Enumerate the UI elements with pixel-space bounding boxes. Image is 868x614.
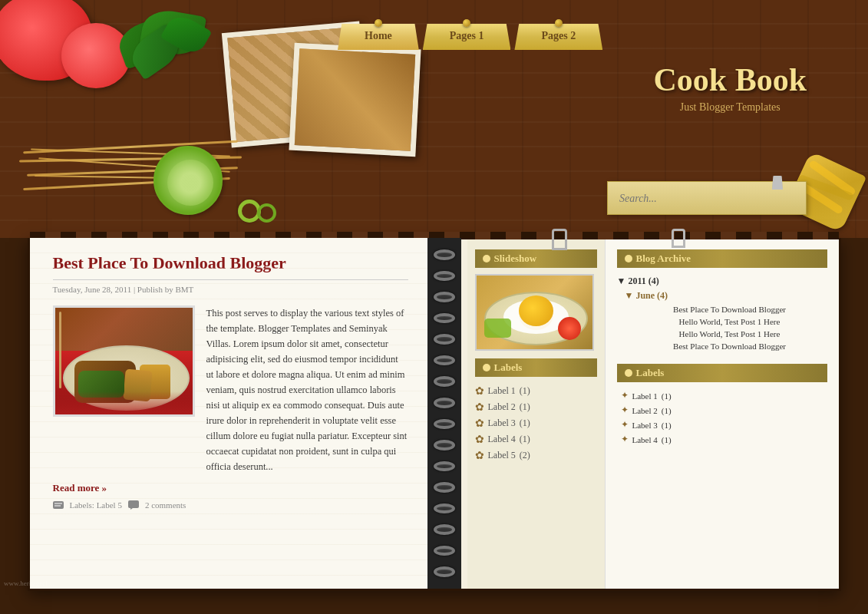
labels-icon xyxy=(53,501,64,509)
label-name-2: Label 2 xyxy=(488,401,516,413)
label-right-count-4: (1) xyxy=(662,435,672,444)
post-text: This post serves to display the various … xyxy=(206,305,408,474)
label-right-count-1: (1) xyxy=(662,391,672,401)
archive-post-3[interactable]: Hello World, Test Post 1 Here xyxy=(617,328,827,340)
right-column: Blog Archive ▼ 2011 (4) ▼ June (4) Best … xyxy=(606,238,839,589)
site-title: Cook Book xyxy=(653,61,807,98)
ring-16 xyxy=(434,566,455,577)
read-more-link[interactable]: Read more » xyxy=(53,482,107,494)
search-area xyxy=(607,181,807,215)
svg-rect-0 xyxy=(53,501,64,509)
label-bullet-1: ✿ xyxy=(475,385,484,398)
labels-bullet xyxy=(483,364,490,371)
nav-pages2-label: Pages 2 xyxy=(541,30,576,41)
labels-right-title: Labels xyxy=(636,367,665,379)
notebook: Best Place To Download Blogger Tuesday, … xyxy=(28,238,841,591)
post-title[interactable]: Best Place To Download Blogger xyxy=(53,253,408,280)
star-1: ✦ xyxy=(621,390,629,401)
label-bullet-3: ✿ xyxy=(475,417,484,430)
label-right-count-2: (1) xyxy=(662,406,672,415)
post-labels: Labels: Label 5 xyxy=(70,500,122,510)
label-name-5: Label 5 xyxy=(488,450,516,461)
archive-post-1[interactable]: Best Place To Download Blogger xyxy=(617,303,827,315)
ring-5 xyxy=(434,334,455,345)
ring-9 xyxy=(434,419,455,430)
label-bullet-2: ✿ xyxy=(475,401,484,414)
label-right-1[interactable]: ✦ Label 1 (1) xyxy=(617,388,827,403)
nav-pin-pages2 xyxy=(555,19,563,27)
watermark: www.heritagech... xyxy=(4,579,54,587)
comments-icon xyxy=(128,500,139,510)
ring-3 xyxy=(434,292,455,302)
ring-8 xyxy=(434,398,455,408)
label-item-3[interactable]: ✿ Label 3 (1) xyxy=(475,415,597,431)
archive-post-4[interactable]: Best Place To Download Blogger xyxy=(617,340,827,352)
middle-column: Slideshow xyxy=(467,238,606,589)
label-item-5[interactable]: ✿ Label 5 (2) xyxy=(475,447,597,464)
slideshow-title: Slideshow xyxy=(494,253,537,265)
nav-pages1-label: Pages 1 xyxy=(450,30,484,41)
nav-pin-pages1 xyxy=(463,19,470,27)
nav-home[interactable]: Home xyxy=(338,24,419,50)
post-meta: Tuesday, June 28, 2011 | Publish by BMT xyxy=(53,285,408,294)
label-item-1[interactable]: ✿ Label 1 (1) xyxy=(475,383,597,399)
svg-marker-4 xyxy=(130,508,133,510)
post-body-text: This post serves to display the various … xyxy=(206,308,408,472)
label-right-4[interactable]: ✦ Label 4 (1) xyxy=(617,432,827,447)
slideshow-bullet xyxy=(483,255,490,262)
page-clip xyxy=(552,229,567,250)
nav-pin-home xyxy=(375,19,382,27)
labels-right-section: Labels ✦ Label 1 (1) ✦ Label 2 (1) ✦ xyxy=(617,364,827,447)
ring-14 xyxy=(434,524,455,535)
left-page: Best Place To Download Blogger Tuesday, … xyxy=(30,238,429,589)
ring-15 xyxy=(434,546,455,556)
right-clip xyxy=(672,229,685,248)
labels-right-bullet xyxy=(625,369,632,377)
ring-6 xyxy=(434,355,455,366)
labels-right-header: Labels xyxy=(617,364,827,382)
slideshow-header: Slideshow xyxy=(475,249,597,268)
post-comments: 2 comments xyxy=(145,500,186,510)
label-right-name-1: Label 1 xyxy=(632,391,658,401)
label-right-name-3: Label 3 xyxy=(632,421,658,430)
label-count-4: (1) xyxy=(520,434,530,445)
labels-title: Labels xyxy=(494,361,523,374)
label-right-name-2: Label 2 xyxy=(632,406,658,415)
label-item-4[interactable]: ✿ Label 4 (1) xyxy=(475,431,597,447)
label-count-1: (1) xyxy=(520,385,530,397)
nav-pages2[interactable]: Pages 2 xyxy=(514,24,602,50)
ring-13 xyxy=(434,503,455,514)
label-right-2[interactable]: ✦ Label 2 (1) xyxy=(617,403,827,418)
onion-rings-decoration xyxy=(238,200,261,223)
main-wrapper: Best Place To Download Blogger Tuesday, … xyxy=(0,238,868,591)
label-bullet-4: ✿ xyxy=(475,433,484,446)
archive-year-2011: ▼ 2011 (4) xyxy=(617,274,827,289)
blog-archive-header: Blog Archive xyxy=(617,249,827,268)
ring-11 xyxy=(434,461,455,472)
star-3: ✦ xyxy=(621,419,629,431)
search-input[interactable] xyxy=(619,193,794,205)
label-item-2[interactable]: ✿ Label 2 (1) xyxy=(475,399,597,415)
star-4: ✦ xyxy=(621,434,629,445)
ring-12 xyxy=(434,482,455,493)
ring-7 xyxy=(434,376,455,387)
star-2: ✦ xyxy=(621,404,629,416)
slideshow-image xyxy=(475,274,594,351)
ring-2 xyxy=(434,271,455,282)
label-name-4: Label 4 xyxy=(488,434,516,445)
label-right-3[interactable]: ✦ Label 3 (1) xyxy=(617,418,827,432)
blog-archive-section: Blog Archive ▼ 2011 (4) ▼ June (4) Best … xyxy=(617,249,827,352)
label-count-3: (1) xyxy=(520,418,530,429)
label-count-2: (1) xyxy=(520,401,530,413)
archive-post-2[interactable]: Hello World, Test Post 1 Here xyxy=(617,315,827,328)
svg-rect-3 xyxy=(128,500,139,508)
spiral-binding xyxy=(427,238,461,589)
site-subtitle: Just Blogger Templates xyxy=(653,101,807,114)
post-footer: Labels: Label 5 2 comments xyxy=(53,500,408,510)
nav-pages1[interactable]: Pages 1 xyxy=(423,24,511,50)
right-pages: Slideshow xyxy=(429,238,839,589)
label-count-5: (2) xyxy=(520,450,530,461)
post-image xyxy=(53,305,195,417)
archive-month-june: ▼ June (4) xyxy=(617,289,827,303)
header: Home Pages 1 Pages 2 Cook Book Just Blog… xyxy=(0,0,868,238)
